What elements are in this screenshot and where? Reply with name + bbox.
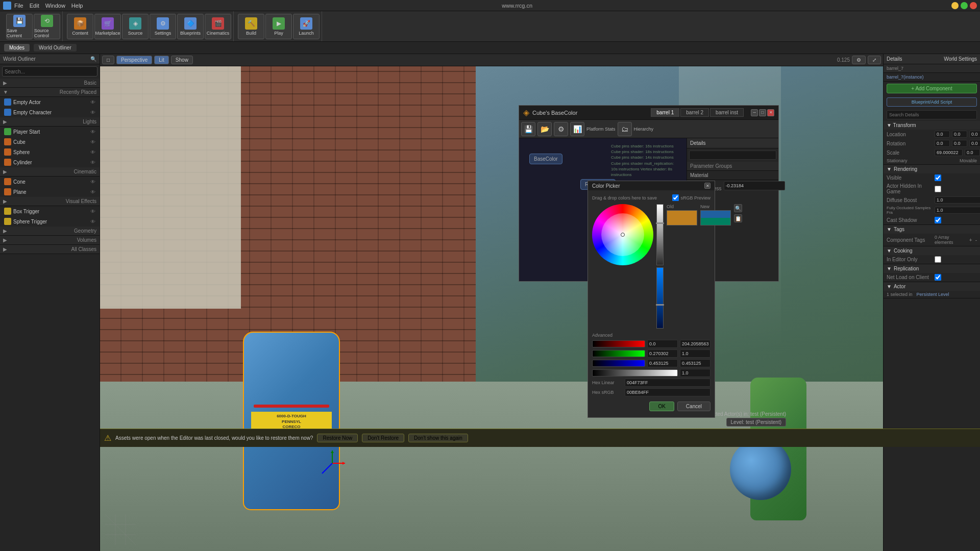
scale-y[interactable]: [965, 149, 980, 156]
cinematic-category[interactable]: ▶Cinematic: [0, 167, 100, 177]
eye-icon-cube[interactable]: 👁: [90, 139, 95, 145]
cp-b-input[interactable]: [647, 359, 678, 367]
scene-item-sphere[interactable]: Sphere 👁: [0, 147, 100, 157]
cp-a-slider[interactable]: [592, 369, 678, 377]
blueprints-button[interactable]: 🔷 Blueprints: [177, 14, 204, 39]
lit-button[interactable]: Lit: [154, 56, 169, 64]
cp-b-slider[interactable]: [592, 360, 645, 367]
cp-r-right-input[interactable]: [680, 340, 710, 348]
maximize-viewport-button[interactable]: ⤢: [868, 56, 881, 64]
scene-item-cylinder[interactable]: Cylinder 👁: [0, 157, 100, 167]
cinematics-button[interactable]: 🎬 Cinematics: [205, 14, 231, 39]
cp-eyedropper-button[interactable]: 🔍: [734, 204, 742, 212]
search-scene-input[interactable]: [2, 66, 97, 77]
location-z[interactable]: [969, 131, 980, 138]
tags-header[interactable]: ▼ Tags: [884, 225, 980, 234]
mat-maximize-button[interactable]: □: [759, 109, 766, 116]
content-button[interactable]: 📦 Content: [67, 14, 93, 39]
cp-r-input[interactable]: [647, 340, 678, 348]
transform-header[interactable]: ▼ Transform: [884, 121, 980, 130]
scene-item-plane[interactable]: Plane 👁: [0, 187, 100, 197]
mat-tab-1[interactable]: barrel 2: [680, 108, 709, 117]
cp-paste-button[interactable]: 📋: [734, 214, 742, 222]
cp-g-input[interactable]: [647, 349, 678, 358]
build-button[interactable]: 🔨 Build: [238, 14, 264, 39]
scene-item-box-trigger[interactable]: Box Trigger 👁: [0, 206, 100, 216]
param-groups-header[interactable]: Parameter Groups: [687, 162, 778, 171]
visible-checkbox[interactable]: [935, 174, 941, 181]
cp-r-slider[interactable]: [592, 340, 645, 347]
lights-category[interactable]: ▶Lights: [0, 117, 100, 127]
fully-occluded-input[interactable]: [935, 207, 980, 214]
cp-hex-linear-input[interactable]: [625, 379, 710, 387]
rotation-x[interactable]: [935, 140, 950, 147]
color-wheel[interactable]: [592, 204, 653, 265]
actor-header[interactable]: ▼ Actor: [884, 282, 980, 291]
modes-tab[interactable]: Modes: [4, 44, 30, 52]
dont-show-button[interactable]: Don't show this again: [408, 434, 468, 442]
show-button[interactable]: Show: [171, 56, 193, 64]
cp-cancel-button[interactable]: Cancel: [677, 402, 710, 411]
perspective-button[interactable]: Perspective: [116, 56, 152, 64]
settings-button[interactable]: ⚙ Settings: [150, 14, 176, 39]
add-tag-button[interactable]: +: [969, 237, 972, 243]
eye-icon-empty-character[interactable]: 👁: [90, 110, 95, 115]
srgb-checkbox[interactable]: [672, 194, 679, 201]
blueprint-add-script-button[interactable]: Blueprint/Add Script: [887, 97, 977, 107]
scene-item-empty-actor[interactable]: Empty Actor 👁: [0, 97, 100, 107]
volumes-category[interactable]: ▶Volumes: [0, 236, 100, 245]
cp-a-input[interactable]: [680, 369, 710, 377]
mat-platform-stats-button[interactable]: 📊: [570, 122, 584, 136]
add-component-button[interactable]: + Add Component: [887, 84, 977, 93]
mat-tab-2[interactable]: barrel inst: [710, 108, 744, 117]
cp-hex-srgb-input[interactable]: [625, 388, 710, 396]
eye-icon-empty-actor[interactable]: 👁: [90, 99, 95, 105]
details-tab[interactable]: Details: [887, 56, 902, 62]
location-x[interactable]: [935, 131, 950, 138]
diffuse-boost-input[interactable]: [935, 196, 980, 204]
viewport-settings-button[interactable]: ⚙: [852, 56, 866, 64]
mat-minimize-button[interactable]: ─: [751, 109, 758, 116]
cp-b-right-input[interactable]: [680, 359, 710, 367]
menu-window[interactable]: Window: [45, 3, 65, 9]
persistent-level[interactable]: Persistent Level: [917, 292, 949, 297]
world-outliner-tab[interactable]: World Outliner: [34, 44, 77, 52]
save-button[interactable]: 💾 Save Current: [6, 14, 33, 39]
eye-icon-sphere[interactable]: 👁: [90, 149, 95, 155]
scene-item-cone[interactable]: Cone 👁: [0, 177, 100, 187]
replication-header[interactable]: ▼ Replication: [884, 264, 980, 273]
location-y[interactable]: [952, 131, 967, 138]
actor-hidden-checkbox[interactable]: [935, 186, 941, 192]
cp-hue-slider[interactable]: [656, 267, 664, 329]
rendering-header[interactable]: ▼ Rendering: [884, 165, 980, 173]
cp-g-slider[interactable]: [592, 350, 645, 357]
recently-placed-category[interactable]: ▼Recently Placed: [0, 88, 100, 97]
marketplace-button[interactable]: 🛒 Marketplace: [94, 14, 121, 39]
cp-close-button[interactable]: ✕: [704, 183, 710, 189]
mat-browse-button[interactable]: 📂: [537, 122, 552, 136]
dont-restore-button[interactable]: Don't Restore: [362, 434, 404, 442]
source-button[interactable]: ◈ Source: [122, 14, 149, 39]
cooking-header[interactable]: ▼ Cooking: [884, 246, 980, 255]
launch-button[interactable]: 🚀 Launch: [293, 14, 320, 39]
mat-tab-0[interactable]: barrel 1: [651, 108, 679, 117]
scene-item-empty-character[interactable]: Empty Character 👁: [0, 107, 100, 117]
rotation-z[interactable]: [969, 140, 980, 147]
geometry-category[interactable]: ▶Geometry: [0, 227, 100, 236]
level-badge[interactable]: Level: test (Persistent): [726, 418, 786, 427]
rotation-y[interactable]: [952, 140, 967, 147]
menu-help[interactable]: Help: [71, 3, 83, 9]
eye-icon-cone[interactable]: 👁: [90, 179, 95, 185]
single-roughness-input[interactable]: [724, 181, 785, 190]
visual-effects-category[interactable]: ▶Visual Effects: [0, 197, 100, 206]
scale-x[interactable]: [935, 149, 963, 156]
eye-icon-cylinder[interactable]: 👁: [90, 160, 95, 165]
cp-g-right-input[interactable]: [680, 349, 710, 358]
search-details-input[interactable]: [887, 110, 977, 119]
in-editor-checkbox[interactable]: [935, 256, 941, 263]
cp-brightness-slider[interactable]: [656, 204, 664, 265]
scene-item-player-start[interactable]: Player Start 👁: [0, 127, 100, 137]
menu-edit[interactable]: Edit: [30, 3, 39, 9]
mat-search-input[interactable]: [689, 151, 776, 160]
scene-item-sphere-trigger[interactable]: Sphere Trigger 👁: [0, 216, 100, 227]
